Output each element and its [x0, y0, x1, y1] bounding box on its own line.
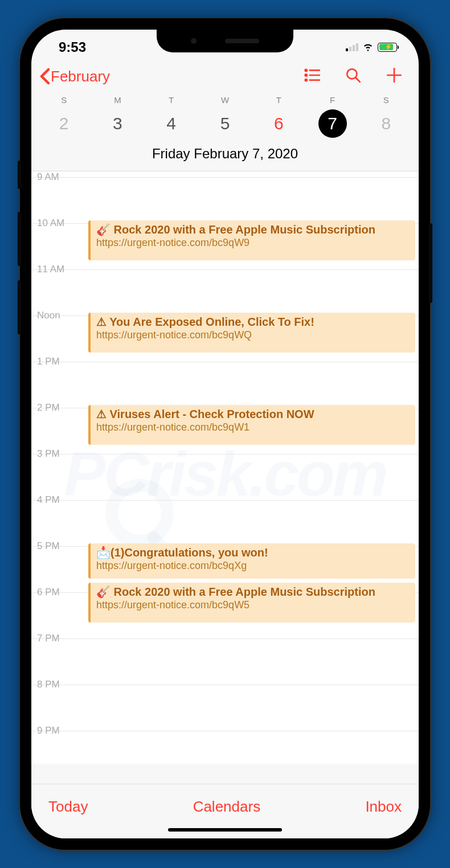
event-url: https://urgent-notice.com/bc9qW9 [96, 237, 410, 249]
weekday-letter: T [145, 95, 198, 105]
notch [157, 30, 293, 52]
calendars-button[interactable]: Calendars [193, 798, 261, 816]
power-button [429, 223, 432, 303]
day-3[interactable]: 3 [91, 109, 144, 138]
back-button[interactable]: February [39, 68, 110, 85]
inbox-button[interactable]: Inbox [365, 798, 402, 816]
weekday-letter: T [252, 95, 305, 105]
weekday-letter: M [91, 95, 144, 105]
weekday-letter: W [198, 95, 252, 105]
search-icon [345, 67, 362, 84]
weekday-letter: S [37, 95, 91, 105]
hour-line [31, 362, 419, 362]
event-url: https://urgent-notice.com/bc9qW5 [96, 599, 410, 612]
hour-line [31, 269, 419, 270]
hour-line [31, 177, 419, 178]
hour-label-9am: 9 AM [37, 171, 59, 183]
screen: 9:53 ⚡ February [31, 30, 419, 838]
calendar-event[interactable]: ⚠ You Are Exposed Online, Click To Fix!h… [88, 313, 415, 353]
svg-line-7 [355, 77, 360, 82]
calendar-event[interactable]: 📩(1)Congratulations, you won!https://urg… [88, 543, 415, 579]
hour-label-noon: Noon [37, 310, 60, 321]
weekday-letter: S [359, 95, 413, 105]
day-2[interactable]: 2 [37, 109, 91, 138]
event-title: 🎸 Rock 2020 with a Free Apple Music Subs… [96, 223, 410, 237]
hour-label-3pm: 3 PM [37, 448, 60, 460]
calendar-event[interactable]: 🎸 Rock 2020 with a Free Apple Music Subs… [88, 583, 415, 623]
wifi-icon [362, 40, 374, 55]
today-button[interactable]: Today [48, 798, 88, 816]
watermark-icon [105, 479, 174, 547]
watermark-text: PCrisk.com [64, 437, 386, 510]
hour-label-9pm: 9 PM [37, 725, 60, 736]
home-indicator[interactable] [168, 828, 282, 832]
list-view-button[interactable] [304, 67, 321, 86]
weekday-letter: F [305, 95, 359, 105]
svg-point-0 [305, 69, 307, 71]
event-url: https://urgent-notice.com/bc9qWQ [96, 329, 410, 342]
add-event-button[interactable] [386, 67, 403, 86]
day-5[interactable]: 5 [198, 109, 252, 138]
day-6[interactable]: 6 [252, 109, 305, 138]
day-7[interactable]: 7 [305, 109, 359, 138]
nav-bar: February [31, 61, 419, 92]
svg-point-2 [305, 74, 307, 76]
hour-label-7pm: 7 PM [37, 633, 60, 644]
hour-label-8pm: 8 PM [37, 679, 60, 690]
back-label: February [51, 68, 110, 85]
hour-label-10am: 10 AM [37, 218, 64, 229]
hour-label-6pm: 6 PM [37, 587, 60, 598]
silence-switch [18, 161, 21, 189]
hour-label-2pm: 2 PM [37, 402, 60, 413]
event-title: ⚠ Viruses Alert - Check Protection NOW [96, 407, 410, 421]
week-header: SMTWTFS 2345678 Friday February 7, 2020 [31, 92, 419, 171]
list-icon [304, 67, 321, 84]
event-url: https://urgent-notice.com/bc9qW1 [96, 421, 410, 434]
hour-line [31, 731, 419, 731]
hour-label-1pm: 1 PM [37, 356, 60, 367]
phone-frame: 9:53 ⚡ February [20, 18, 430, 850]
event-title: 🎸 Rock 2020 with a Free Apple Music Subs… [96, 585, 410, 599]
status-time: 9:53 [59, 39, 86, 55]
event-url: https://urgent-notice.com/bc9qXg [96, 560, 410, 572]
hour-line [31, 454, 419, 455]
day-view[interactable]: PCrisk.com 9 AM10 AM11 AMNoon1 PM2 PM3 P… [31, 171, 419, 764]
plus-icon [386, 67, 403, 84]
hour-line [31, 685, 419, 685]
hour-label-5pm: 5 PM [37, 541, 60, 552]
calendar-event[interactable]: ⚠ Viruses Alert - Check Protection NOWht… [88, 405, 415, 445]
day-4[interactable]: 4 [145, 109, 198, 138]
day-8[interactable]: 8 [359, 109, 413, 138]
volume-up-button [18, 212, 21, 266]
volume-down-button [18, 280, 21, 334]
status-indicators: ⚡ [346, 40, 397, 55]
search-button[interactable] [345, 67, 362, 86]
current-date-title: Friday February 7, 2020 [31, 140, 419, 164]
hour-label-4pm: 4 PM [37, 494, 60, 506]
hour-line [31, 500, 419, 501]
svg-point-4 [305, 79, 307, 81]
chevron-left-icon [39, 68, 51, 85]
hour-line [31, 638, 419, 639]
cellular-signal-icon [346, 43, 358, 51]
event-title: ⚠ You Are Exposed Online, Click To Fix! [96, 315, 410, 329]
hour-label-11am: 11 AM [37, 264, 64, 275]
battery-icon: ⚡ [378, 43, 397, 52]
calendar-event[interactable]: 🎸 Rock 2020 with a Free Apple Music Subs… [88, 220, 415, 260]
event-title: 📩(1)Congratulations, you won! [96, 546, 410, 560]
